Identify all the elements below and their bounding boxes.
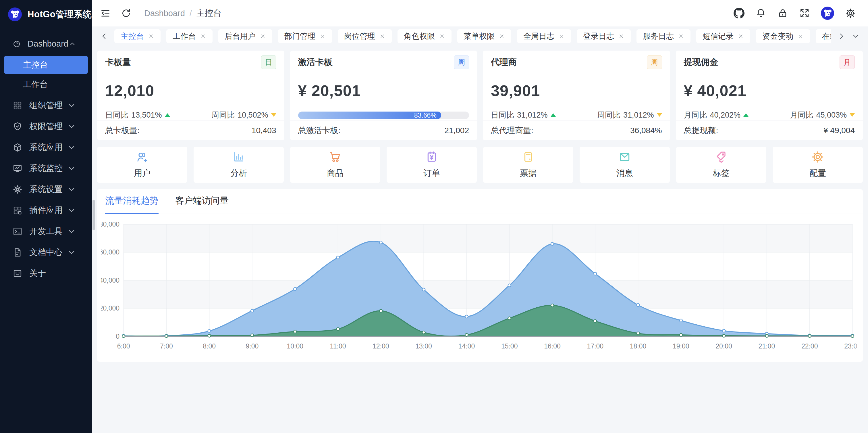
sidebar-item-关于[interactable]: 关于 — [0, 263, 92, 284]
shortcut-商品[interactable]: 商品 — [290, 147, 380, 183]
tabs-dropdown-button[interactable] — [851, 32, 860, 40]
chart-tab-客户端访问量[interactable]: 客户端访问量 — [175, 195, 229, 213]
tab-岗位管理[interactable]: 岗位管理 — [338, 29, 392, 43]
close-icon[interactable] — [558, 33, 565, 39]
close-icon[interactable] — [797, 33, 804, 39]
tab-后台用户[interactable]: 后台用户 — [218, 29, 272, 43]
sidebar-item-文档中心[interactable]: 文档中心 — [0, 242, 92, 263]
sidebar-item-权限管理[interactable]: 权限管理 — [0, 116, 92, 137]
progress-bar: 83.66% — [298, 112, 469, 119]
cart-icon — [329, 150, 342, 164]
shortcut-标签[interactable]: 标签 — [676, 147, 766, 183]
stat-footer-value: 36,084% — [630, 126, 662, 135]
tab-菜单权限[interactable]: 菜单权限 — [457, 29, 511, 43]
sidebar-item-系统应用[interactable]: 系统应用 — [0, 137, 92, 158]
sidebar-item-系统监控[interactable]: 系统监控 — [0, 158, 92, 179]
sidebar-item-插件应用[interactable]: 插件应用 — [0, 200, 92, 221]
sidebar-item-label: 系统设置 — [29, 184, 67, 195]
stat-card-激活卡板: 激活卡板周¥ 20,50183.66%总激活卡板:21,002 — [290, 51, 477, 140]
period-badge: 月 — [840, 56, 855, 69]
scroll-tabs-left-button[interactable] — [100, 32, 108, 40]
shortcut-label: 标签 — [713, 168, 730, 179]
chevDown-icon — [67, 164, 76, 173]
scroll-tabs-right-button[interactable] — [837, 32, 846, 40]
tab-短信记录[interactable]: 短信记录 — [696, 29, 750, 43]
github-button[interactable] — [734, 8, 744, 19]
close-icon[interactable] — [319, 33, 326, 39]
scrollbar-thumb[interactable] — [92, 200, 95, 230]
settings-button[interactable] — [845, 8, 856, 19]
chart-tabs: 流量消耗趋势客户端访问量 — [97, 189, 863, 214]
main-content: 卡板量日12,010日同比13,501%周同比10,502%总卡板量:10,40… — [92, 46, 868, 433]
tab-label: 后台用户 — [225, 31, 256, 41]
stat-card-提现佣金: 提现佣金月¥ 40,021月同比40,202%月同比45,003%总提现额:¥ … — [676, 51, 863, 140]
fullscreen-button[interactable] — [799, 8, 810, 19]
tab-登录日志[interactable]: 登录日志 — [577, 29, 631, 43]
bell-button[interactable] — [755, 8, 766, 19]
tab-部门管理[interactable]: 部门管理 — [278, 29, 332, 43]
chevDown-icon — [67, 206, 76, 215]
svg-text:20:00: 20:00 — [715, 342, 732, 350]
svg-text:14:00: 14:00 — [458, 342, 475, 350]
close-icon[interactable] — [439, 33, 445, 39]
header-left-buttons — [100, 8, 131, 19]
sidebar-subitem-主控台[interactable]: 主控台 — [4, 56, 88, 74]
close-icon[interactable] — [260, 33, 266, 39]
tab-资金变动[interactable]: 资金变动 — [756, 29, 810, 43]
sidebar-item-开发工具[interactable]: 开发工具 — [0, 221, 92, 242]
trend-down-icon — [657, 113, 662, 117]
header: Dashboard / 主控台 — [92, 0, 868, 26]
breadcrumb-root[interactable]: Dashboard — [144, 9, 185, 18]
sidebar-item-label: 组织管理 — [29, 100, 67, 111]
refresh-button[interactable] — [121, 8, 131, 19]
close-icon[interactable] — [379, 33, 385, 39]
tab-label: 登录日志 — [583, 31, 614, 41]
settings-icon — [845, 8, 856, 19]
sidebar-subitem-工作台[interactable]: 工作台 — [4, 75, 88, 93]
right-pane: Dashboard / 主控台 主控台工作台后台用户部门管理岗位管理角色权限菜单… — [92, 0, 868, 433]
close-icon[interactable] — [499, 33, 505, 39]
collapse-button[interactable] — [100, 8, 111, 19]
user-avatar[interactable] — [821, 7, 834, 20]
tab-在线充值[interactable]: 在线充值 — [816, 29, 831, 43]
shortcut-用户[interactable]: 用户 — [97, 147, 187, 183]
lock-icon — [777, 8, 788, 19]
close-icon[interactable] — [678, 33, 684, 39]
tab-主控台[interactable]: 主控台 — [114, 29, 161, 43]
breadcrumb: Dashboard / 主控台 — [144, 7, 221, 19]
sidebar-item-Dashboard[interactable]: Dashboard — [0, 33, 92, 54]
tab-label: 在线充值 — [822, 31, 831, 41]
traffic-area-chart: 020,00040,00060,00080,0006:007:008:009:0… — [101, 221, 857, 356]
sidebar-item-系统设置[interactable]: 系统设置 — [0, 179, 92, 200]
shortcut-订单[interactable]: 订单 — [386, 147, 477, 183]
metric-value: 45,003% — [816, 111, 847, 120]
tab-服务日志[interactable]: 服务日志 — [637, 29, 690, 43]
shortcut-票据[interactable]: 票据 — [483, 147, 573, 183]
sidebar-item-组织管理[interactable]: 组织管理 — [0, 95, 92, 116]
chevDown-icon — [67, 184, 76, 194]
breadcrumb-separator: / — [190, 9, 192, 18]
stat-footer-value: ¥ 49,004 — [824, 126, 855, 135]
sidebar-item-label: 系统应用 — [29, 142, 67, 153]
lock-button[interactable] — [777, 8, 788, 19]
shortcut-配置[interactable]: 配置 — [773, 147, 863, 183]
stat-card-footer: 总提现额:¥ 49,004 — [676, 120, 863, 140]
close-icon[interactable] — [738, 33, 744, 39]
chart-tab-流量消耗趋势[interactable]: 流量消耗趋势 — [105, 195, 159, 213]
close-icon[interactable] — [618, 33, 624, 39]
chevDown-icon — [67, 143, 76, 152]
org-icon — [13, 100, 22, 110]
close-icon[interactable] — [200, 33, 206, 39]
collapse-icon — [100, 8, 111, 19]
stat-footer-label: 总卡板量: — [105, 125, 140, 136]
stat-card-header: 提现佣金月 — [676, 51, 863, 74]
app-logo[interactable]: HotGo管理系统 — [0, 0, 92, 29]
tab-工作台[interactable]: 工作台 — [166, 29, 213, 43]
tab-角色权限[interactable]: 角色权限 — [398, 29, 452, 43]
shortcut-分析[interactable]: 分析 — [194, 147, 284, 183]
stat-card-body: ¥ 20,50183.66% — [290, 74, 477, 120]
close-icon[interactable] — [148, 33, 154, 39]
metric-label: 周同比 — [211, 110, 235, 120]
tab-全局日志[interactable]: 全局日志 — [517, 29, 571, 43]
shortcut-消息[interactable]: 消息 — [580, 147, 670, 183]
